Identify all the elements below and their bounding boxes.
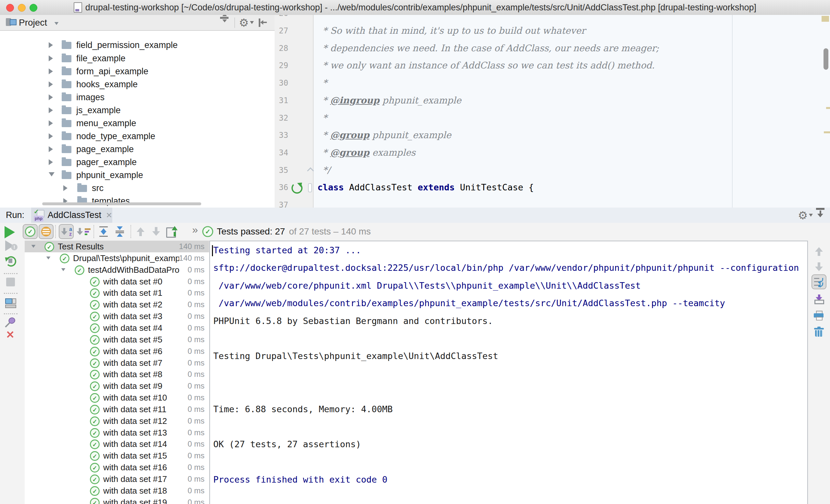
chevron-right-icon[interactable] xyxy=(63,185,67,191)
console-output[interactable]: Testing started at 20:37 ...sftp://docke… xyxy=(210,241,808,504)
test-tree-row[interactable]: with data set #150 ms xyxy=(25,450,209,462)
project-tree-item-field_permission_example[interactable]: field_permission_example xyxy=(0,39,275,52)
test-passed-icon xyxy=(75,265,85,275)
project-horizontal-scrollbar[interactable] xyxy=(42,202,201,205)
restore-layout-icon[interactable] xyxy=(5,298,16,308)
project-tree-item-images[interactable]: images xyxy=(0,91,275,104)
chevron-right-icon[interactable] xyxy=(49,56,53,61)
test-passed-icon xyxy=(60,254,69,263)
toolbar-overflow-icon[interactable]: » xyxy=(192,224,198,236)
test-tree-row[interactable]: with data set #110 ms xyxy=(25,403,209,415)
project-tree-item-node_type_example[interactable]: node_type_example xyxy=(0,130,275,143)
project-tree-item-templates[interactable]: templates xyxy=(0,195,275,208)
chevron-right-icon[interactable] xyxy=(49,68,53,74)
chevron-right-icon[interactable] xyxy=(49,133,53,139)
test-tree-row[interactable]: with data set #80 ms xyxy=(25,368,209,380)
run-test-gutter-icon[interactable] xyxy=(291,182,302,194)
test-tree-row[interactable]: with data set #60 ms xyxy=(25,345,209,357)
toggle-auto-test-icon[interactable] xyxy=(6,256,16,267)
test-tree-row[interactable]: with data set #40 ms xyxy=(25,322,209,334)
chevron-right-icon[interactable] xyxy=(49,81,53,87)
chevron-right-icon[interactable] xyxy=(49,146,53,152)
chevron-right-icon[interactable] xyxy=(49,94,53,100)
show-passed-button[interactable] xyxy=(23,224,38,239)
test-tree-row[interactable]: with data set #100 ms xyxy=(25,392,209,403)
stripe-mark[interactable] xyxy=(824,131,830,133)
chevron-right-icon[interactable] xyxy=(49,120,53,126)
project-tree-item-src[interactable]: src xyxy=(0,181,275,195)
pin-tab-icon[interactable] xyxy=(5,317,16,329)
project-tree-item-page_example[interactable]: page_example xyxy=(0,143,275,156)
stop-icon[interactable] xyxy=(6,278,15,287)
next-failed-test-button[interactable] xyxy=(149,224,164,239)
console-line xyxy=(210,383,807,400)
test-tree-row[interactable]: with data set #160 ms xyxy=(25,462,209,473)
console-line: OK (27 tests, 27 assertions) xyxy=(210,436,807,453)
test-tree-row[interactable]: with data set #90 ms xyxy=(25,380,209,392)
test-tree-row[interactable]: with data set #30 ms xyxy=(25,310,209,322)
stripe-mark[interactable] xyxy=(826,107,830,109)
test-tree-row[interactable]: with data set #140 ms xyxy=(25,438,209,450)
prev-occurrence-button[interactable] xyxy=(811,244,826,259)
run-settings-button[interactable]: ⚙ xyxy=(798,208,813,223)
project-tree-item-js_example[interactable]: js_example xyxy=(0,104,275,117)
collapse-all-button[interactable] xyxy=(112,224,127,239)
editor-scrollbar[interactable] xyxy=(824,48,828,70)
scroll-to-end-button[interactable] xyxy=(811,292,826,307)
chevron-down-icon[interactable] xyxy=(31,245,36,248)
code-editor[interactable]: 2627* So with that in mind, it's up to u… xyxy=(275,15,830,208)
close-tab-icon[interactable]: ✕ xyxy=(106,211,112,220)
project-tree-item-pager_example[interactable]: pager_example xyxy=(0,156,275,169)
test-name: with data set #8 xyxy=(103,368,179,380)
test-tree-row[interactable]: with data set #50 ms xyxy=(25,334,209,345)
next-occurrence-button[interactable] xyxy=(811,260,826,274)
test-tree-row[interactable]: Drupal\Tests\phpunit_example\Unit\AddCla… xyxy=(25,252,209,264)
test-tree-row[interactable]: with data set #20 ms xyxy=(25,299,209,310)
chevron-right-icon[interactable] xyxy=(49,107,53,113)
chevron-down-icon[interactable] xyxy=(46,257,51,260)
clear-all-button[interactable] xyxy=(811,324,826,339)
import-test-results-button[interactable] xyxy=(164,224,179,239)
project-tree-item-menu_example[interactable]: menu_example xyxy=(0,117,275,130)
fold-marker-icon[interactable] xyxy=(308,183,312,192)
previous-failed-test-button[interactable] xyxy=(133,224,148,239)
show-ignored-button[interactable] xyxy=(39,224,54,239)
test-tree-row[interactable]: with data set #170 ms xyxy=(25,473,209,485)
close-run-panel-icon[interactable]: ✕ xyxy=(6,330,14,340)
test-duration: 0 ms xyxy=(188,415,204,427)
test-tree-row[interactable]: with data set #180 ms xyxy=(25,485,209,497)
project-dropdown-icon[interactable] xyxy=(55,22,59,25)
project-tree-item-file_example[interactable]: file_example xyxy=(0,52,275,65)
minimize-window-button[interactable] xyxy=(18,4,26,12)
test-duration: 0 ms xyxy=(188,287,204,299)
fold-marker-icon[interactable] xyxy=(307,167,314,174)
print-button[interactable] xyxy=(811,308,826,323)
rerun-icon[interactable] xyxy=(4,226,15,238)
test-tree-row[interactable]: with data set #120 ms xyxy=(25,415,209,427)
chevron-right-icon[interactable] xyxy=(49,42,53,48)
project-settings-button[interactable]: ⚙ xyxy=(239,15,254,30)
zoom-window-button[interactable] xyxy=(30,4,37,12)
sort-alphabetically-button[interactable]: az xyxy=(59,224,74,239)
test-tree-row[interactable]: with data set #130 ms xyxy=(25,427,209,438)
project-tree-item-phpunit_example[interactable]: phpunit_example xyxy=(0,169,275,181)
soft-wrap-button[interactable] xyxy=(811,274,826,289)
test-tree-row[interactable]: with data set #70 ms xyxy=(25,357,209,369)
line-number: 26 xyxy=(275,15,288,22)
run-tab-addclasstest[interactable]: ✓ php AddClassTest ✕ xyxy=(31,208,112,223)
sort-by-duration-button[interactable] xyxy=(76,224,91,239)
chevron-down-icon[interactable] xyxy=(61,268,66,271)
expand-all-button[interactable] xyxy=(96,224,111,239)
project-panel-title[interactable]: Project xyxy=(19,15,47,30)
close-window-button[interactable] xyxy=(6,4,14,12)
project-tree-item-hooks_example[interactable]: hooks_example xyxy=(0,78,275,91)
chevron-down-icon[interactable] xyxy=(49,172,55,176)
project-tree-item-form_api_example[interactable]: form_api_example xyxy=(0,65,275,78)
test-tree-row[interactable]: with data set #10 ms xyxy=(25,287,209,299)
test-tree-row[interactable]: testAddWithBadDataProvider0 ms xyxy=(25,264,209,276)
test-tree-row[interactable]: with data set #190 ms xyxy=(25,497,209,504)
stripe-mark[interactable] xyxy=(822,16,829,22)
test-tree-row[interactable]: Test Results140 ms xyxy=(25,241,209,252)
chevron-right-icon[interactable] xyxy=(49,159,53,165)
test-tree-row[interactable]: with data set #00 ms xyxy=(25,276,209,288)
